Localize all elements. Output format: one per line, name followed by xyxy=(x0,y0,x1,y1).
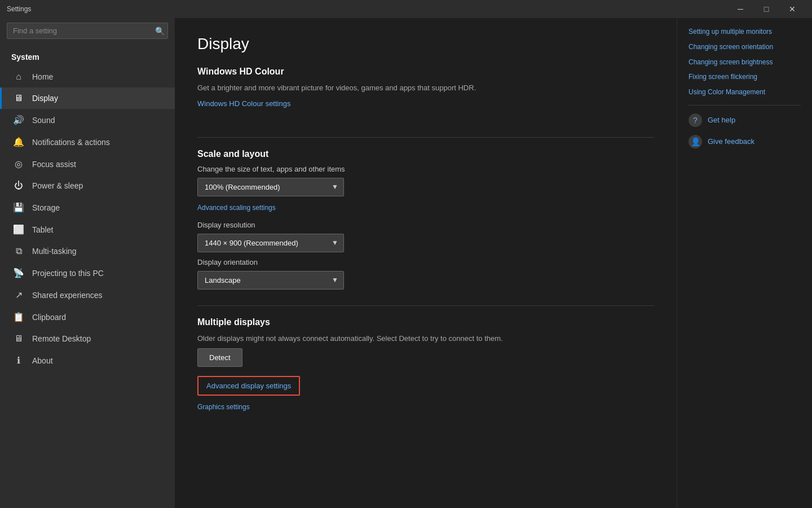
sidebar-item-clipboard[interactable]: 📋 Clipboard xyxy=(0,306,175,328)
main-content: Display Windows HD Colour Get a brighter… xyxy=(175,18,677,508)
divider-1 xyxy=(197,137,654,138)
orientation-dropdown-wrapper: Landscape Portrait Landscape (flipped) P… xyxy=(197,271,344,290)
orientation-label: Display orientation xyxy=(197,258,654,266)
orientation-dropdown[interactable]: Landscape Portrait Landscape (flipped) P… xyxy=(197,271,344,290)
sidebar-item-home[interactable]: ⌂ Home xyxy=(0,66,175,87)
sidebar-item-label: Shared experiences xyxy=(32,291,103,300)
right-panel-divider xyxy=(689,105,801,106)
get-help-icon: ? xyxy=(689,113,702,127)
sound-icon: 🔊 xyxy=(13,115,24,125)
detect-button[interactable]: Detect xyxy=(197,348,242,367)
sidebar-item-projecting[interactable]: 📡 Projecting to this PC xyxy=(0,262,175,284)
titlebar-controls: ─ □ ✕ xyxy=(727,0,805,18)
hdr-section-desc: Get a brighter and more vibrant picture … xyxy=(197,82,654,94)
sidebar-item-label: Multi-tasking xyxy=(32,247,77,256)
maximize-button[interactable]: □ xyxy=(753,0,779,18)
right-panel-link-4[interactable]: Using Color Management xyxy=(689,87,801,97)
advanced-display-settings-link[interactable]: Advanced display settings xyxy=(197,376,300,396)
about-icon: ℹ xyxy=(13,355,24,366)
sidebar-item-label: Projecting to this PC xyxy=(32,269,104,278)
sidebar-item-display[interactable]: 🖥 Display xyxy=(0,87,175,109)
search-box: 🔍 xyxy=(7,23,168,39)
sidebar-item-label: Power & sleep xyxy=(32,181,83,190)
resolution-label: Display resolution xyxy=(197,221,654,229)
sidebar-item-label: Home xyxy=(32,72,53,81)
sidebar-item-remote[interactable]: 🖥 Remote Desktop xyxy=(0,328,175,349)
page-title: Display xyxy=(197,35,654,53)
sidebar-item-tablet[interactable]: ⬜ Tablet xyxy=(0,218,175,240)
sidebar-item-focus[interactable]: ◎ Focus assist xyxy=(0,153,175,175)
multiple-displays-title: Multiple displays xyxy=(197,317,654,327)
graphics-settings-link[interactable]: Graphics settings xyxy=(197,403,250,411)
scale-label: Change the size of text, apps and other … xyxy=(197,165,654,173)
scale-section: Scale and layout Change the size of text… xyxy=(197,149,654,290)
hdr-section-title: Windows HD Colour xyxy=(197,67,654,77)
focus-icon: ◎ xyxy=(13,159,24,169)
right-panel-link-1[interactable]: Changing screen orientation xyxy=(689,42,801,52)
sidebar-item-label: Clipboard xyxy=(32,313,66,322)
hdr-settings-link[interactable]: Windows HD Colour settings xyxy=(197,99,290,108)
resolution-dropdown[interactable]: 812 × 508 (Recommended) 1280 × 800 1024… xyxy=(197,234,344,252)
display-icon: 🖥 xyxy=(13,93,24,103)
scale-section-title: Scale and layout xyxy=(197,149,654,159)
scale-dropdown-wrapper: 100% (Recommended) 125% 150% 175% ▼ xyxy=(197,178,344,196)
close-button[interactable]: ✕ xyxy=(779,0,805,18)
sidebar-item-label: Sound xyxy=(32,116,55,125)
app-body: 🔍 System ⌂ Home 🖥 Display 🔊 Sound 🔔 Noti… xyxy=(0,18,812,508)
sidebar-item-label: Storage xyxy=(32,203,60,212)
sidebar-item-label: Focus assist xyxy=(32,160,76,169)
multiple-displays-desc: Older displays might not always connect … xyxy=(197,333,654,344)
give-feedback-action[interactable]: 👤 Give feedback xyxy=(689,135,801,148)
search-input[interactable] xyxy=(7,23,168,39)
resolution-dropdown-wrapper: 812 × 508 (Recommended) 1280 × 800 1024… xyxy=(197,234,344,252)
sidebar-item-label: Notifications & actions xyxy=(32,138,110,147)
sidebar-item-label: Tablet xyxy=(32,225,53,234)
sidebar-item-storage[interactable]: 💾 Storage xyxy=(0,196,175,218)
remote-icon: 🖥 xyxy=(13,334,24,344)
power-icon: ⏻ xyxy=(13,181,24,191)
sidebar-item-label: Display xyxy=(32,94,58,103)
right-panel-link-0[interactable]: Setting up multiple monitors xyxy=(689,27,801,37)
right-panel: Setting up multiple monitors Changing sc… xyxy=(677,18,812,508)
search-icon[interactable]: 🔍 xyxy=(155,27,165,36)
sidebar-item-shared[interactable]: ↗ Shared experiences xyxy=(0,284,175,306)
sidebar-item-about[interactable]: ℹ About xyxy=(0,349,175,371)
right-panel-link-2[interactable]: Changing screen brightness xyxy=(689,58,801,67)
right-panel-link-3[interactable]: Fixing screen flickering xyxy=(689,72,801,82)
scale-dropdown[interactable]: 100% (Recommended) 125% 150% 175% xyxy=(197,178,344,196)
sidebar-item-sound[interactable]: 🔊 Sound xyxy=(0,109,175,131)
sidebar-item-power[interactable]: ⏻ Power & sleep xyxy=(0,175,175,196)
sidebar-item-notifications[interactable]: 🔔 Notifications & actions xyxy=(0,131,175,153)
get-help-label: Get help xyxy=(708,116,735,124)
sidebar-item-multitasking[interactable]: ⧉ Multi-tasking xyxy=(0,240,175,262)
system-label: System xyxy=(0,43,175,66)
sidebar-item-label: Remote Desktop xyxy=(32,334,91,343)
multiple-displays-section: Multiple displays Older displays might n… xyxy=(197,317,654,421)
home-icon: ⌂ xyxy=(13,72,24,82)
notifications-icon: 🔔 xyxy=(13,137,24,147)
minimize-button[interactable]: ─ xyxy=(727,0,753,18)
give-feedback-icon: 👤 xyxy=(689,135,702,148)
titlebar: Settings ─ □ ✕ xyxy=(0,0,812,18)
tablet-icon: ⬜ xyxy=(13,224,24,235)
clipboard-icon: 📋 xyxy=(13,312,24,322)
give-feedback-label: Give feedback xyxy=(708,137,754,146)
projecting-icon: 📡 xyxy=(13,268,24,278)
sidebar: 🔍 System ⌂ Home 🖥 Display 🔊 Sound 🔔 Noti… xyxy=(0,18,175,508)
titlebar-title: Settings xyxy=(7,5,727,13)
storage-icon: 💾 xyxy=(13,202,24,213)
sidebar-item-label: About xyxy=(32,356,53,365)
divider-2 xyxy=(197,305,654,306)
advanced-scaling-link[interactable]: Advanced scaling settings xyxy=(197,204,276,212)
get-help-action[interactable]: ? Get help xyxy=(689,113,801,127)
multitasking-icon: ⧉ xyxy=(13,246,24,256)
hdr-section: Windows HD Colour Get a brighter and mor… xyxy=(197,67,654,121)
shared-icon: ↗ xyxy=(13,290,24,300)
